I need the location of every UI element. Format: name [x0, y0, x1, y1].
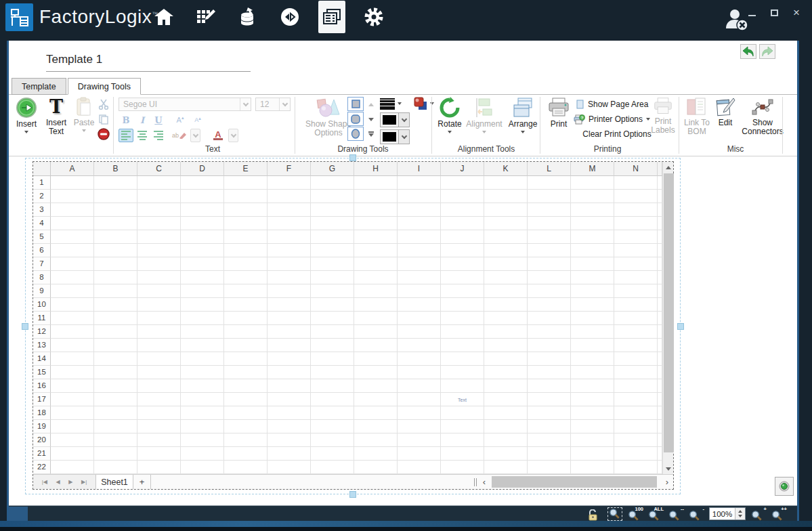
cell-C3[interactable] [137, 203, 181, 217]
cell-H2[interactable] [354, 190, 398, 203]
cell-I13[interactable] [398, 339, 441, 352]
zoom-100-button[interactable]: 100 [628, 507, 643, 521]
delete-button[interactable] [97, 127, 110, 141]
cell-L13[interactable] [528, 339, 571, 352]
zoom-lock-button[interactable] [587, 507, 602, 521]
cell-G4[interactable] [311, 217, 354, 230]
cell-H19[interactable] [354, 420, 398, 433]
cell-A8[interactable] [51, 271, 94, 284]
cell-D4[interactable] [181, 217, 224, 230]
cell-H16[interactable] [354, 379, 398, 393]
print-button[interactable]: Print [544, 97, 574, 129]
cell-D5[interactable] [181, 230, 224, 244]
zoom-percent-spinbox[interactable]: 100% [709, 507, 746, 520]
cell-H12[interactable] [354, 325, 398, 339]
cell-I7[interactable] [398, 257, 441, 271]
cut-button[interactable] [97, 98, 110, 111]
cell-M6[interactable] [571, 244, 614, 257]
row-header-7[interactable]: 7 [33, 257, 51, 271]
nav-transfer-icon[interactable] [276, 2, 303, 32]
cell-L6[interactable] [528, 244, 571, 257]
template-title-input[interactable]: Template 1 [46, 53, 251, 72]
cell-C16[interactable] [137, 379, 181, 393]
cell-M20[interactable] [571, 433, 614, 447]
cell-I10[interactable] [398, 298, 441, 312]
cell-E14[interactable] [224, 352, 268, 366]
cell-F15[interactable] [268, 366, 311, 379]
shape-gallery-down[interactable] [366, 112, 376, 126]
cell-L4[interactable] [528, 217, 571, 230]
cell-I1[interactable] [398, 176, 441, 190]
cell-C2[interactable] [137, 190, 181, 203]
cell-I21[interactable] [398, 447, 441, 461]
cell-B12[interactable] [94, 325, 137, 339]
zoom-spinner[interactable] [735, 508, 745, 519]
cell-K18[interactable] [484, 406, 528, 420]
cell-J4[interactable] [441, 217, 484, 230]
highlight-caret[interactable] [190, 129, 200, 142]
link-to-bom-button[interactable]: Link To BOM [681, 97, 712, 136]
cell-N21[interactable] [614, 447, 658, 461]
cell-D3[interactable] [181, 203, 224, 217]
cell-E21[interactable] [224, 447, 268, 461]
cell-N4[interactable] [614, 217, 658, 230]
row-header-22[interactable]: 22 [33, 461, 51, 474]
column-header-M[interactable]: M [571, 162, 614, 176]
cell-N10[interactable] [614, 298, 658, 312]
cell-M13[interactable] [571, 339, 614, 352]
cell-E13[interactable] [224, 339, 268, 352]
cell-B20[interactable] [94, 433, 137, 447]
shape-ellipse-item[interactable] [347, 127, 364, 141]
cell-H22[interactable] [354, 461, 398, 474]
sheet-tab-sheet1[interactable]: Sheet1 [95, 475, 133, 489]
cell-I14[interactable] [398, 352, 441, 366]
cell-J11[interactable] [441, 312, 484, 325]
font-size-combo[interactable]: 12 [255, 98, 291, 111]
insert-text-button[interactable]: T Insert Text [42, 97, 70, 136]
cell-E15[interactable] [224, 366, 268, 379]
cell-L21[interactable] [528, 447, 571, 461]
cell-J19[interactable] [441, 420, 484, 433]
cell-M10[interactable] [571, 298, 614, 312]
cell-J3[interactable] [441, 203, 484, 217]
align-right-button[interactable] [151, 129, 166, 142]
cell-H8[interactable] [354, 271, 398, 284]
cell-I12[interactable] [398, 325, 441, 339]
cell-I2[interactable] [398, 190, 441, 203]
cell-G16[interactable] [311, 379, 354, 393]
zoom-in-fast-button[interactable]: ++ [771, 507, 786, 521]
cell-A22[interactable] [51, 461, 94, 474]
cell-J21[interactable] [441, 447, 484, 461]
row-header-14[interactable]: 14 [33, 352, 51, 366]
cell-K22[interactable] [484, 461, 528, 474]
cell-H9[interactable] [354, 284, 398, 298]
scroll-up-arrow[interactable] [663, 162, 673, 173]
logout-user-icon[interactable] [723, 7, 751, 31]
zoom-to-selection-button[interactable] [607, 507, 622, 521]
cell-G22[interactable] [311, 461, 354, 474]
scroll-right-arrow[interactable]: › [661, 475, 673, 489]
row-header-2[interactable]: 2 [33, 190, 51, 203]
cell-C12[interactable] [137, 325, 181, 339]
cell-B18[interactable] [94, 406, 137, 420]
cell-F22[interactable] [268, 461, 311, 474]
row-header-12[interactable]: 12 [33, 325, 51, 339]
cell-B15[interactable] [94, 366, 137, 379]
shape-rectangle-item[interactable] [347, 97, 364, 111]
cell-J6[interactable] [441, 244, 484, 257]
cell-L7[interactable] [528, 257, 571, 271]
cell-F11[interactable] [268, 312, 311, 325]
show-connectors-button[interactable]: Show Connectors [739, 97, 786, 136]
column-header-E[interactable]: E [224, 162, 268, 176]
cell-K6[interactable] [484, 244, 528, 257]
shape-gallery-more[interactable] [366, 127, 376, 141]
row-header-1[interactable]: 1 [33, 176, 51, 190]
column-header-N[interactable]: N [614, 162, 658, 176]
cell-G18[interactable] [311, 406, 354, 420]
cell-E7[interactable] [224, 257, 268, 271]
cell-D16[interactable] [181, 379, 224, 393]
cell-J20[interactable] [441, 433, 484, 447]
cell-H11[interactable] [354, 312, 398, 325]
cell-E10[interactable] [224, 298, 268, 312]
cell-H10[interactable] [354, 298, 398, 312]
